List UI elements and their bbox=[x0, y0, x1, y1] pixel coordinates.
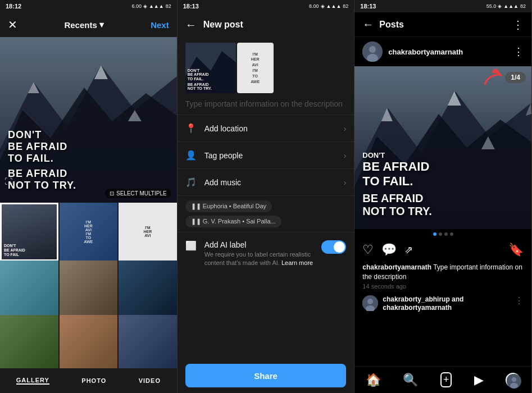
caption-text: chakrabortyamarnath Type important infor… bbox=[362, 263, 524, 282]
status-time-2: 18:13 bbox=[183, 3, 199, 10]
post-preview: DON'TBE AFRAIDTO FAIL.BE AFRAIDNOT TO TR… bbox=[178, 37, 354, 99]
bottom-tabs: GALLERY PHOTO VIDEO bbox=[0, 368, 177, 393]
thumb-item[interactable] bbox=[119, 315, 177, 368]
comment-item: chakraborty_abhirup and chakrabortyamarn… bbox=[354, 292, 531, 316]
post-header: chakrabortyamarnath ⋮ bbox=[354, 37, 531, 66]
not-to-try: NOT TO TRY. bbox=[362, 205, 524, 218]
ai-label-content: Add AI label We require you to label cer… bbox=[204, 240, 315, 268]
thumb-item[interactable]: I'MHERAVI bbox=[119, 203, 177, 261]
carousel-dots bbox=[354, 229, 531, 239]
thumb-item[interactable]: I'MHERAVII'MTOAWE bbox=[60, 203, 118, 261]
thumb-item[interactable] bbox=[119, 261, 177, 319]
panel-gallery: 18:12 6.00 ◈ ▲▲▲ 82 ✕ Recents ▾ Next bbox=[0, 0, 178, 393]
tag-people-item[interactable]: 👤 Tag people › bbox=[178, 141, 354, 168]
quote-overlay-1: DON'T BE AFRAID TO FAIL. BE AFRAID NOT T… bbox=[8, 129, 169, 191]
music-tag-2[interactable]: ❚❚ G. V. Prakash • Sai Palla... bbox=[185, 216, 281, 227]
dot-2 bbox=[439, 232, 442, 236]
nav-add-icon[interactable]: + bbox=[440, 372, 452, 387]
location-icon: 📍 bbox=[185, 123, 199, 134]
music-tags: ❚❚ Euphoria • Beatiful Day ❚❚ G. V. Prak… bbox=[178, 195, 354, 232]
new-post-top-bar: ← New post bbox=[178, 12, 354, 37]
status-time-1: 18:12 bbox=[6, 3, 21, 10]
expand-icon[interactable]: ⛶ bbox=[4, 177, 12, 186]
status-icons-3: 55.0 ◈ ▲▲▲ 82 bbox=[486, 3, 526, 9]
panel-new-post: 18:13 8.00 ◈ ▲▲▲ 82 ← New post DON'TBE A… bbox=[178, 0, 355, 393]
share-btn-container: Share bbox=[178, 358, 354, 393]
next-button[interactable]: Next bbox=[151, 20, 169, 30]
share-icon[interactable]: ⇗ bbox=[404, 244, 413, 256]
tab-photo[interactable]: PHOTO bbox=[81, 377, 106, 384]
status-icons-1: 6.00 ◈ ▲▲▲ 82 bbox=[131, 3, 171, 9]
back-arrow-3[interactable]: ← bbox=[362, 18, 374, 31]
ai-label-toggle[interactable] bbox=[321, 240, 346, 254]
nav-profile-avatar[interactable] bbox=[506, 373, 520, 387]
dot-1 bbox=[433, 232, 436, 236]
main-image-preview: DON'T BE AFRAID TO FAIL. BE AFRAID NOT T… bbox=[0, 37, 177, 203]
avatar[interactable] bbox=[362, 42, 383, 62]
status-bar-3: 18:13 55.0 ◈ ▲▲▲ 82 bbox=[354, 0, 531, 12]
post-caption: chakrabortyamarnath Type important infor… bbox=[354, 261, 531, 292]
dot-3 bbox=[444, 232, 448, 236]
post-mountain-bg: DON'T BE AFRAID TO FAIL. BE AFRAID NOT T… bbox=[354, 66, 531, 229]
tab-video[interactable]: VIDEO bbox=[139, 377, 161, 384]
ai-label-desc: We require you to label certain realisti… bbox=[204, 250, 315, 268]
thumb-item[interactable] bbox=[60, 315, 118, 368]
thumb-item[interactable] bbox=[0, 315, 58, 368]
comment-more-icon[interactable]: ⋮ bbox=[515, 295, 524, 306]
status-icons-2: 8.00 ◈ ▲▲▲ 82 bbox=[309, 3, 348, 9]
action-bar: ♡ 💬 ⇗ 🔖 bbox=[354, 239, 531, 261]
add-location-item[interactable]: 📍 Add location › bbox=[178, 115, 354, 141]
post-timestamp: 14 seconds ago bbox=[362, 283, 524, 290]
share-button[interactable]: Share bbox=[185, 364, 347, 387]
ai-label-section: ⬜ Add AI label We require you to label c… bbox=[178, 232, 354, 276]
status-time-3: 18:13 bbox=[360, 3, 376, 10]
post-username[interactable]: chakrabortyamarnath bbox=[388, 48, 508, 56]
close-icon[interactable]: ✕ bbox=[8, 18, 17, 31]
recents-dropdown[interactable]: Recents ▾ bbox=[64, 20, 103, 30]
post-thumb-main: DON'TBE AFRAIDTO FAIL.BE AFRAIDNOT TO TR… bbox=[185, 43, 236, 93]
description-area[interactable]: Type important information on the descri… bbox=[178, 99, 354, 115]
post-quote-overlay: DON'T BE AFRAID TO FAIL. BE AFRAID NOT T… bbox=[362, 151, 524, 218]
posts-top-bar: ← Posts ⋮ bbox=[354, 12, 531, 37]
gallery-top-bar: ✕ Recents ▾ Next bbox=[0, 12, 177, 37]
red-arrow-indicator bbox=[482, 69, 504, 91]
music-icon: 🎵 bbox=[185, 177, 199, 188]
chevron-right-1: › bbox=[344, 124, 347, 133]
music-tag-2-text: ❚❚ G. V. Prakash • Sai Palla... bbox=[191, 218, 276, 225]
nav-home-icon[interactable]: 🏠 bbox=[366, 373, 381, 387]
bottom-nav: 🏠 🔍 + ▶ bbox=[354, 366, 531, 393]
back-arrow-2[interactable]: ← bbox=[185, 19, 197, 31]
music-tag-1[interactable]: ❚❚ Euphoria • Beatiful Day bbox=[185, 200, 272, 212]
add-music-item[interactable]: 🎵 Add music › bbox=[178, 168, 354, 195]
learn-more-link[interactable]: Learn more bbox=[281, 259, 313, 266]
menu-section: 📍 Add location › 👤 Tag people › 🎵 Add mu… bbox=[178, 115, 354, 358]
add-music-label: Add music bbox=[204, 178, 344, 187]
svg-point-20 bbox=[367, 299, 373, 304]
like-icon[interactable]: ♡ bbox=[362, 243, 374, 257]
bookmark-icon[interactable]: 🔖 bbox=[508, 243, 524, 257]
chevron-right-2: › bbox=[344, 151, 347, 160]
more-options-icon[interactable]: ⋮ bbox=[512, 18, 524, 31]
caption-username[interactable]: chakrabortyamarnath bbox=[362, 263, 431, 271]
status-bar-2: 18:13 8.00 ◈ ▲▲▲ 82 bbox=[178, 0, 354, 12]
thumb-item[interactable] bbox=[60, 261, 118, 319]
ai-label-icon: ⬜ bbox=[185, 240, 198, 253]
chevron-right-3: › bbox=[344, 178, 347, 187]
nav-search-icon[interactable]: 🔍 bbox=[403, 373, 418, 387]
tab-gallery[interactable]: GALLERY bbox=[16, 377, 49, 385]
svg-point-23 bbox=[512, 377, 516, 382]
thumb-item[interactable] bbox=[0, 261, 58, 319]
post-more-dots[interactable]: ⋮ bbox=[513, 45, 524, 58]
dot-4 bbox=[450, 232, 453, 236]
tag-people-label: Tag people bbox=[204, 151, 344, 160]
post-image: DON'T BE AFRAID TO FAIL. BE AFRAID NOT T… bbox=[354, 66, 531, 229]
thumb-item[interactable]: DON'TBE AFRAIDTO FAIL bbox=[0, 203, 58, 261]
svg-point-9 bbox=[369, 46, 376, 53]
commenter-avatar[interactable] bbox=[362, 295, 378, 311]
person-icon: 👤 bbox=[185, 150, 199, 161]
comment-icon[interactable]: 💬 bbox=[381, 243, 397, 257]
nav-reels-icon[interactable]: ▶ bbox=[474, 373, 484, 387]
description-placeholder[interactable]: Type important information on the descri… bbox=[185, 99, 343, 108]
select-multiple-btn[interactable]: ⊡ SELECT MULTIPLE bbox=[105, 189, 171, 198]
comment-text-wrapper: chakraborty_abhirup and chakrabortyamarn… bbox=[383, 295, 510, 313]
